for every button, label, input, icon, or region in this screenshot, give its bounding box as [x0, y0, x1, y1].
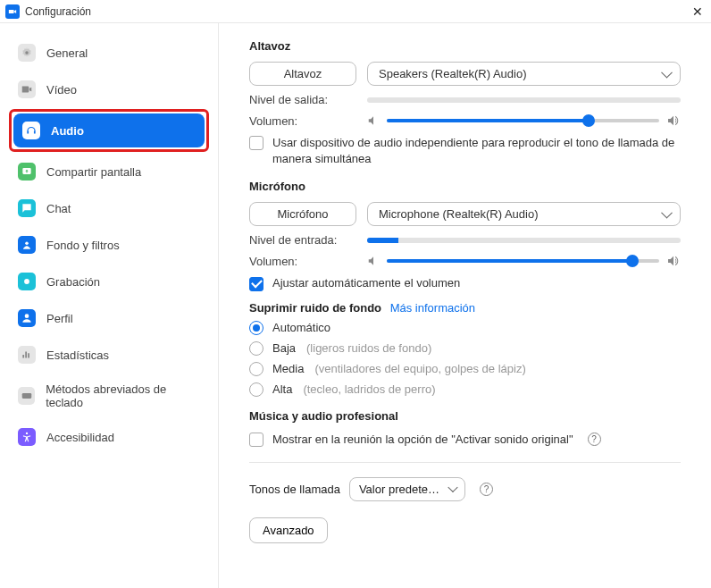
app-icon	[5, 4, 20, 19]
sidebar-item-background[interactable]: Fondo y filtros	[9, 228, 209, 262]
sidebar-item-profile[interactable]: Perfil	[9, 301, 209, 335]
mic-heading: Micrófono	[249, 180, 681, 193]
sidebar: General Vídeo Audio Compartir pantalla C…	[0, 23, 219, 588]
accessibility-icon	[18, 428, 36, 446]
sidebar-item-label: Accesibilidad	[46, 431, 114, 444]
speaker-high-icon	[666, 254, 681, 268]
sidebar-item-label: Fondo y filtros	[46, 239, 120, 252]
noise-option-low[interactable]: Baja (ligeros ruidos de fondo)	[249, 341, 681, 356]
radio-label: Media	[272, 362, 304, 375]
sidebar-item-label: Vídeo	[46, 83, 77, 97]
recording-icon	[18, 273, 36, 290]
keyboard-icon	[18, 387, 35, 405]
radio-label: Alta	[272, 382, 292, 396]
radio-icon	[249, 341, 263, 356]
sidebar-item-share-screen[interactable]: Compartir pantalla	[9, 155, 209, 189]
radio-label: Automático	[272, 321, 330, 334]
speaker-heading: Altavoz	[249, 39, 681, 53]
close-button[interactable]: ✕	[690, 4, 706, 20]
separate-ring-device-checkbox[interactable]	[249, 136, 263, 150]
speaker-volume-label: Volumen:	[249, 114, 356, 128]
noise-option-auto[interactable]: Automático	[249, 321, 681, 335]
sidebar-item-statistics[interactable]: Estadísticas	[9, 338, 209, 372]
sidebar-item-label: Perfil	[46, 312, 73, 325]
sidebar-item-keyboard[interactable]: Métodos abreviados de teclado	[9, 374, 209, 417]
radio-icon	[249, 321, 263, 335]
test-speaker-button[interactable]: Altavoz	[249, 62, 356, 86]
help-icon[interactable]: ?	[480, 483, 493, 496]
advanced-button[interactable]: Avanzado	[249, 517, 328, 543]
original-sound-checkbox[interactable]	[249, 433, 263, 447]
output-level-label: Nivel de salida:	[249, 93, 356, 106]
noise-heading: Suprimir ruido de fondo	[249, 301, 381, 315]
svg-point-4	[25, 314, 29, 318]
test-mic-button[interactable]: Micrófono	[249, 202, 356, 226]
radio-hint: (ventiladores del equipo, golpes de lápi…	[314, 362, 525, 375]
sidebar-item-accessibility[interactable]: Accesibilidad	[9, 420, 209, 454]
noise-more-info-link[interactable]: Más información	[390, 301, 475, 315]
sidebar-item-label: Estadísticas	[46, 349, 109, 362]
sidebar-item-chat[interactable]: Chat	[9, 191, 209, 225]
svg-rect-5	[21, 393, 31, 399]
video-icon	[18, 80, 36, 98]
output-level-meter	[367, 97, 681, 103]
sidebar-item-label: Chat	[46, 202, 71, 215]
mic-volume-slider[interactable]	[387, 259, 659, 263]
divider	[249, 462, 681, 463]
radio-label: Baja	[272, 341, 296, 355]
auto-adjust-volume-label: Ajustar automáticamente el volumen	[272, 275, 460, 291]
headphones-icon	[22, 122, 40, 139]
highlight-annotation: Audio	[9, 109, 209, 152]
sidebar-item-video[interactable]: Vídeo	[9, 72, 209, 106]
window-title: Configuración	[25, 5, 690, 18]
speaker-low-icon	[367, 114, 380, 127]
mic-volume-label: Volumen:	[249, 255, 356, 268]
sidebar-item-label: General	[46, 46, 88, 60]
sidebar-item-recording[interactable]: Grabación	[9, 265, 209, 298]
input-level-meter	[367, 238, 681, 243]
noise-option-high[interactable]: Alta (tecleo, ladridos de perro)	[249, 382, 681, 397]
speaker-device-select[interactable]: Speakers (Realtek(R) Audio)	[367, 62, 681, 86]
chat-icon	[18, 199, 36, 217]
radio-hint: (ligeros ruidos de fondo)	[306, 341, 431, 355]
statistics-icon	[18, 346, 36, 364]
sidebar-item-label: Grabación	[46, 275, 100, 289]
mic-device-select[interactable]: Microphone (Realtek(R) Audio)	[367, 202, 681, 226]
ringtone-label: Tonos de llamada	[249, 483, 340, 496]
help-icon[interactable]: ?	[588, 433, 601, 446]
radio-hint: (tecleo, ladridos de perro)	[303, 382, 435, 396]
content-panel: Altavoz Altavoz Speakers (Realtek(R) Aud…	[219, 23, 711, 588]
titlebar: Configuración ✕	[0, 0, 711, 23]
noise-option-medium[interactable]: Media (ventiladores del equipo, golpes d…	[249, 362, 681, 376]
sidebar-item-general[interactable]: General	[9, 36, 209, 70]
svg-point-2	[25, 242, 29, 246]
speaker-low-icon	[367, 255, 380, 267]
radio-icon	[249, 362, 263, 376]
sidebar-item-audio[interactable]: Audio	[13, 113, 205, 147]
ringtone-select[interactable]: Valor predete…	[349, 477, 465, 501]
profile-icon	[18, 309, 36, 327]
separate-ring-device-label: Usar dispositivo de audio independiente …	[272, 135, 681, 167]
sidebar-item-label: Audio	[51, 124, 84, 138]
radio-icon	[249, 382, 263, 397]
original-sound-label: Mostrar en la reunión la opción de "Acti…	[272, 432, 573, 448]
speaker-high-icon	[666, 113, 681, 128]
background-icon	[18, 236, 36, 254]
gear-icon	[18, 44, 36, 62]
auto-adjust-volume-checkbox[interactable]	[249, 277, 263, 291]
share-screen-icon	[18, 163, 36, 181]
pro-audio-heading: Música y audio profesional	[249, 409, 681, 423]
svg-point-3	[24, 279, 29, 284]
input-level-label: Nivel de entrada:	[249, 233, 356, 247]
svg-point-6	[26, 433, 28, 434]
sidebar-item-label: Métodos abreviados de teclado	[46, 382, 200, 409]
sidebar-item-label: Compartir pantalla	[46, 165, 141, 179]
speaker-volume-slider[interactable]	[387, 119, 659, 122]
